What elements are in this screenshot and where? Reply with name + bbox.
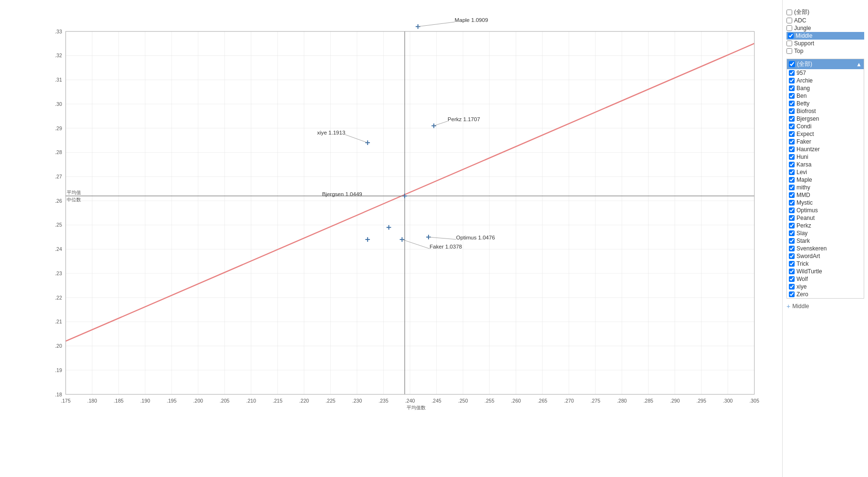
- svg-text:.235: .235: [378, 398, 388, 404]
- svg-text:Bjergsen 1.0449: Bjergsen 1.0449: [322, 191, 362, 197]
- svg-text:.185: .185: [114, 398, 124, 404]
- svg-text:平均值数: 平均值数: [407, 405, 426, 410]
- svg-text:.180: .180: [87, 398, 97, 404]
- svg-text:Maple 1.0909: Maple 1.0909: [455, 17, 488, 23]
- svg-text:.31: .31: [55, 77, 62, 83]
- id-filter-Slay[interactable]: Slay: [787, 229, 864, 237]
- id-list-header: (全部) ▲: [787, 59, 864, 69]
- svg-text:.23: .23: [55, 270, 62, 276]
- id-filter-Ben[interactable]: Ben: [787, 92, 864, 100]
- id-filter-Faker[interactable]: Faker: [787, 138, 864, 145]
- id-filter-Wolf[interactable]: Wolf: [787, 275, 864, 283]
- svg-text:平均值: 平均值: [67, 190, 81, 195]
- id-filter-Biofrost[interactable]: Biofrost: [787, 107, 864, 115]
- id-filter-SwordArt[interactable]: SwordArt: [787, 252, 864, 260]
- svg-text:.205: .205: [220, 398, 230, 404]
- svg-text:.28: .28: [55, 149, 62, 155]
- svg-text:.250: .250: [458, 398, 468, 404]
- id-filter-Perkz[interactable]: Perkz: [787, 222, 864, 229]
- svg-text:.305: .305: [749, 398, 759, 404]
- id-filter-Svenskeren[interactable]: Svenskeren: [787, 245, 864, 252]
- svg-text:.220: .220: [299, 398, 309, 404]
- id-filter-Bjergsen[interactable]: Bjergsen: [787, 115, 864, 123]
- svg-text:.245: .245: [431, 398, 441, 404]
- pos-filter-ADC[interactable]: ADC: [786, 17, 864, 24]
- id-filter-Karsa[interactable]: Karsa: [787, 161, 864, 168]
- svg-text:.19: .19: [55, 367, 62, 373]
- svg-text:.260: .260: [511, 398, 521, 404]
- id-filter-Stark[interactable]: Stark: [787, 237, 864, 245]
- pos-bottom-middle: + Middle: [786, 302, 864, 310]
- id-filter-Optimus[interactable]: Optimus: [787, 207, 864, 214]
- svg-text:.29: .29: [55, 125, 62, 131]
- svg-line-120: [402, 239, 429, 249]
- svg-text:.24: .24: [55, 246, 62, 252]
- id-filter-Bang[interactable]: Bang: [787, 84, 864, 92]
- svg-text:.200: .200: [193, 398, 203, 404]
- svg-text:.21: .21: [55, 319, 62, 324]
- svg-text:.32: .32: [55, 52, 62, 58]
- svg-text:.210: .210: [246, 398, 256, 404]
- id-filters-list: 957ArchieBangBenBettyBiofrostBjergsenCon…: [787, 69, 864, 298]
- pos-filter-Middle[interactable]: Middle: [786, 32, 864, 40]
- pos-filters: (全部)ADCJungleMiddleSupportTop: [786, 8, 864, 55]
- svg-text:.265: .265: [538, 398, 548, 404]
- id-filter-Zero[interactable]: Zero: [787, 290, 864, 298]
- svg-line-118: [429, 237, 456, 239]
- svg-text:.20: .20: [55, 343, 62, 349]
- svg-text:.195: .195: [167, 398, 177, 404]
- id-filter-Condi[interactable]: Condi: [787, 123, 864, 130]
- pos-bottom-section: + Middle: [786, 302, 864, 310]
- svg-text:.295: .295: [696, 398, 706, 404]
- id-filter-Expect[interactable]: Expect: [787, 130, 864, 138]
- id-filter-WildTurtle[interactable]: WildTurtle: [787, 268, 864, 275]
- id-filter-Betty[interactable]: Betty: [787, 100, 864, 107]
- svg-text:Optimus 1.0476: Optimus 1.0476: [456, 235, 495, 240]
- svg-text:.255: .255: [485, 398, 495, 404]
- svg-text:中位数: 中位数: [67, 197, 81, 202]
- svg-text:.26: .26: [55, 198, 62, 204]
- svg-text:.230: .230: [352, 398, 362, 404]
- svg-text:.18: .18: [55, 392, 62, 397]
- pos-filter-Support[interactable]: Support: [786, 40, 864, 47]
- svg-text:Perkz 1.1707: Perkz 1.1707: [448, 116, 480, 122]
- id-filter-MMD[interactable]: MMD: [787, 191, 864, 199]
- id-filter-Mystic[interactable]: Mystic: [787, 199, 864, 207]
- id-all-checkbox[interactable]: [789, 61, 795, 67]
- id-filter-Archie[interactable]: Archie: [787, 77, 864, 84]
- id-filter-Trick[interactable]: Trick: [787, 260, 864, 268]
- svg-line-116: [418, 22, 455, 27]
- svg-text:.275: .275: [591, 398, 601, 404]
- id-filter-Maple[interactable]: Maple: [787, 176, 864, 184]
- svg-text:xiye 1.1913: xiye 1.1913: [317, 130, 345, 135]
- pos-filter-[interactable]: (全部): [786, 8, 864, 17]
- sidebar: (全部)ADCJungleMiddleSupportTop (全部) ▲ 957…: [782, 0, 868, 477]
- svg-text:.285: .285: [643, 398, 654, 404]
- pos-filter-Top[interactable]: Top: [786, 47, 864, 55]
- svg-text:.22: .22: [55, 295, 62, 301]
- svg-text:.175: .175: [61, 398, 71, 404]
- svg-text:.240: .240: [405, 398, 415, 404]
- id-list: (全部) ▲ 957ArchieBangBenBettyBiofrostBjer…: [786, 59, 864, 299]
- id-filter-957[interactable]: 957: [787, 69, 864, 77]
- id-filter-Hauntzer[interactable]: Hauntzer: [787, 145, 864, 153]
- id-list-scroll-up[interactable]: ▲: [856, 61, 862, 68]
- svg-text:.25: .25: [55, 222, 62, 228]
- svg-text:Faker 1.0378: Faker 1.0378: [429, 244, 462, 249]
- id-filter-Huni[interactable]: Huni: [787, 153, 864, 161]
- pos-bottom-middle-label: Middle: [792, 303, 809, 310]
- svg-text:.30: .30: [55, 101, 62, 107]
- svg-text:.33: .33: [55, 29, 62, 34]
- id-filter-mithy[interactable]: mithy: [787, 184, 864, 191]
- svg-text:.270: .270: [564, 398, 574, 404]
- id-filter-xiye[interactable]: xiye: [787, 283, 864, 290]
- svg-text:.190: .190: [140, 398, 150, 404]
- id-filter-Levi[interactable]: Levi: [787, 168, 864, 176]
- pos-filter-Jungle[interactable]: Jungle: [786, 24, 864, 32]
- main-chart: .175.180.185.190.195.200.205.210.215.220…: [38, 14, 773, 444]
- svg-text:.215: .215: [273, 398, 283, 404]
- id-filter-Peanut[interactable]: Peanut: [787, 214, 864, 222]
- svg-text:.27: .27: [55, 174, 62, 179]
- svg-text:.280: .280: [617, 398, 627, 404]
- svg-line-112: [345, 135, 368, 143]
